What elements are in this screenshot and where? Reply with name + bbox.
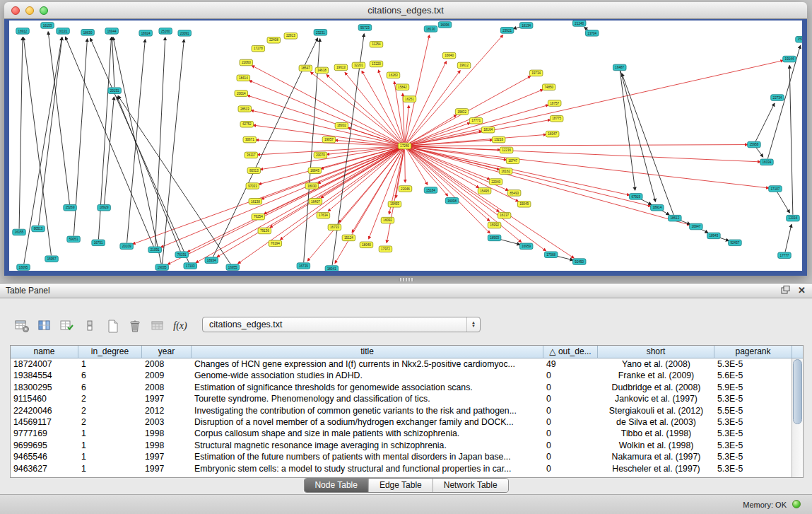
cell-name[interactable]: 9463627 [11,463,78,474]
column-header-name[interactable]: name [11,346,78,358]
cell-pagerank[interactable]: 5.6E-5 [714,370,792,381]
column-header-pagerank[interactable]: pagerank [714,346,792,358]
cell-name[interactable]: 9699695 [11,440,78,451]
cell-out_de[interactable]: 0 [543,393,598,404]
cell-name[interactable]: 9115460 [11,393,78,404]
graph-node[interactable]: 17103 [184,263,197,269]
window-titlebar[interactable]: citations_edges.txt [4,2,807,19]
cell-title[interactable]: Embryonic stem cells: a model to study s… [192,463,543,474]
graph-node[interactable]: 16640 [442,52,456,59]
graph-node[interactable]: 25269 [64,204,77,211]
cell-out_de[interactable]: 49 [543,358,598,370]
cell-out_de[interactable]: 0 [543,405,598,416]
cell-year[interactable]: 1998 [142,428,192,439]
minimize-button[interactable] [25,6,34,15]
graph-node[interactable]: 17771 [469,118,483,124]
graph-node[interactable]: 16092 [381,217,394,223]
cell-title[interactable]: Structural magnetic resonance image aver… [192,440,543,451]
graph-node[interactable]: 22046 [399,186,412,192]
graph-node[interactable]: 20070 [314,152,327,158]
new-file-icon[interactable] [103,317,122,334]
cell-in_degree[interactable]: 1 [78,440,142,451]
graph-node[interactable]: 18912 [16,28,30,35]
cell-pagerank[interactable]: 5.3E-5 [714,463,792,474]
graph-node[interactable]: 18414 [237,75,250,81]
graph-node[interactable]: 76194 [269,240,282,247]
graph-node[interactable]: 76254 [252,214,265,220]
cell-name[interactable]: 9777169 [11,428,78,439]
graph-node[interactable]: 18547 [299,65,312,71]
cell-name[interactable]: 18724007 [11,358,78,370]
graph-node[interactable]: 18130 [424,26,437,33]
graph-node[interactable]: 18775 [550,116,563,122]
table-row[interactable]: 946362711997Embryonic stem cells: a mode… [11,463,792,474]
cell-in_degree[interactable]: 1 [78,428,142,439]
graph-node[interactable]: 22040 [489,179,502,185]
graph-node[interactable]: 10747 [506,158,519,164]
graph-node[interactable]: 17634 [317,212,330,218]
show-columns-icon[interactable] [35,317,54,334]
graph-node[interactable]: 19612 [457,62,471,69]
graph-node[interactable]: 18914 [651,204,664,211]
delete-table-icon[interactable] [126,317,144,334]
cell-pagerank[interactable]: 5.5E-5 [714,405,792,416]
tab-node-table[interactable]: Node Table [304,479,368,492]
table-row[interactable]: 1872400712008Changes of HCN gene express… [11,358,792,370]
graph-node[interactable]: 16959 [519,243,533,250]
cell-pagerank[interactable]: 5.3E-5 [714,358,792,370]
graph-node[interactable]: 15918 [796,37,802,43]
cell-in_degree[interactable]: 1 [78,451,142,462]
cell-year[interactable]: 1997 [142,451,192,462]
graph-node[interactable]: 25260 [159,28,172,35]
zoom-button[interactable] [40,6,48,15]
graph-node[interactable]: 18630 [81,30,95,36]
graph-node[interactable]: 92457 [729,240,742,246]
graph-node[interactable]: 80513 [32,226,45,232]
graph-node[interactable]: 18030 [305,183,319,189]
table-scrollbar[interactable] [792,358,803,477]
tab-edge-table[interactable]: Edge Table [368,479,433,492]
table-row[interactable]: 911546021997Tourette syndrome. Phenomeno… [11,393,792,404]
table-select-dropdown[interactable]: citations_edges.txt ▲▼ [202,317,481,332]
import-table-icon[interactable] [148,317,167,334]
cell-title[interactable]: Tourette syndrome. Phenomenology and cla… [192,393,543,404]
graph-node[interactable]: 16251 [403,96,416,103]
cell-out_de[interactable]: 0 [543,370,598,381]
graph-node[interactable]: 22813 [284,33,298,40]
cell-in_degree[interactable]: 1 [78,463,142,474]
cell-in_degree[interactable]: 6 [78,370,142,381]
graph-node[interactable]: 18943 [707,233,721,239]
graph-node[interactable]: 16733 [328,224,341,230]
graph-node[interactable]: 19734 [529,70,543,76]
cell-title[interactable]: Corpus callosum shape and size in male p… [192,428,543,439]
table-row[interactable]: 1938455462009Genome-wide association stu… [11,370,792,381]
column-header-title[interactable]: title [192,346,543,358]
graph-node[interactable]: 16843 [308,168,322,174]
graph-node[interactable]: 12016 [787,215,800,221]
graph-node[interactable]: 20014 [235,90,248,97]
cell-title[interactable]: Estimation of the future numbers of pati… [192,451,543,462]
graph-node[interactable]: 17240 [398,143,411,149]
network-canvas[interactable]: 1724022060184142001428513427523067136117… [9,21,802,271]
cell-short[interactable]: Jankovic et al. (1997) [598,393,714,404]
cell-name[interactable]: 22420046 [11,405,78,416]
graph-node[interactable]: 17777 [778,252,792,259]
graph-node[interactable]: 20091 [178,30,192,37]
graph-node[interactable]: 19035 [155,264,169,271]
graph-node[interactable]: 21091 [148,247,162,253]
graph-node[interactable]: 18302 [335,122,348,129]
cell-title[interactable]: Genome-wide association studies in ADHD. [192,370,543,381]
graph-node[interactable]: 23231 [314,30,327,36]
graph-node[interactable]: 18041 [325,266,339,271]
graph-node[interactable]: 11254 [370,41,383,47]
graph-node[interactable]: 16162 [499,168,512,175]
float-panel-icon[interactable] [781,284,790,297]
graph-node[interactable]: 13704 [585,30,599,37]
graph-node[interactable]: 16407 [309,199,322,205]
table-row[interactable]: 1830029562008Estimation of significance … [11,382,792,393]
graph-node[interactable]: 59051 [67,236,81,243]
graph-node[interactable]: 16153 [41,23,54,29]
cell-year[interactable]: 2008 [142,382,192,393]
graph-node[interactable]: 15049 [517,201,531,208]
cell-short[interactable]: Stergiakouli et al. (2012) [598,405,714,416]
